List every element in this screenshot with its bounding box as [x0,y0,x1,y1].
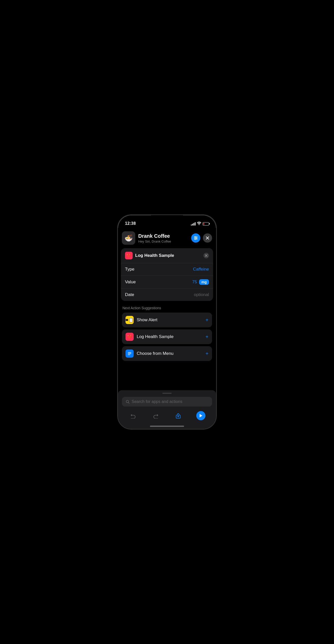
date-row[interactable]: Date optional [121,289,213,301]
signal-bars-icon [191,222,196,226]
svg-point-3 [196,237,197,239]
svg-rect-13 [128,352,131,353]
shortcut-header: 🍜 Drank Coffee Hey Siri, Drank Coffee [118,228,216,248]
suggestion-log-health[interactable]: ❤️ Log Health Sample + [122,329,212,344]
value-group: 75 mg [192,279,209,285]
show-alert-label: Show Alert [137,317,205,323]
choose-menu-label: Choose from Menu [137,351,205,356]
bottom-sheet: Search for apps and actions [118,390,216,429]
suggestion-choose-menu[interactable]: Choose from Menu + [122,346,212,361]
search-icon [126,400,130,404]
toolbar-actions [122,410,212,421]
log-health-sample-card: ❤️ Log Health Sample Type Caffeine Value [121,248,213,301]
choose-menu-add-button[interactable]: + [205,351,208,357]
search-placeholder: Search for apps and actions [132,399,182,404]
header-close-button[interactable] [203,233,212,243]
bottom-handle [162,393,172,394]
svg-rect-14 [128,353,131,354]
value-unit-badge: mg [199,279,209,285]
shortcut-subtitle: Hey Siri, Drank Coffee [138,240,188,243]
type-value: Caffeine [193,267,209,272]
value-number: 75 [192,279,197,285]
value-row[interactable]: Value 75 mg [121,276,213,289]
undo-button[interactable] [129,411,138,420]
home-indicator [150,426,184,427]
status-icons [191,222,209,226]
shortcut-name: Drank Coffee [138,233,188,239]
header-buttons [191,233,212,243]
suggestions-section: Next Action Suggestions 📋 Show Alert + ❤… [118,304,216,366]
svg-rect-15 [128,355,130,355]
log-health-icon: ❤️ [126,333,134,341]
type-row[interactable]: Type Caffeine [121,263,213,276]
type-label: Type [125,267,193,272]
action-card-title: Log Health Sample [135,253,201,258]
suggestion-show-alert[interactable]: 📋 Show Alert + [122,313,212,327]
show-alert-add-button[interactable]: + [205,317,208,323]
suggestions-title: Next Action Suggestions [122,306,212,310]
svg-rect-11 [126,319,128,320]
health-app-icon: ❤️ [125,252,133,259]
action-card-close-button[interactable] [203,253,209,258]
shortcut-app-icon: 🍜 [122,231,135,245]
phone-frame: 12:38 🍜 [117,215,217,429]
date-label: Date [125,292,194,297]
notch [151,215,183,224]
share-button[interactable] [174,411,183,420]
play-button[interactable] [196,411,205,420]
status-time: 12:38 [125,221,136,226]
settings-button[interactable] [191,233,200,243]
shortcut-title-block: Drank Coffee Hey Siri, Drank Coffee [138,233,188,243]
battery-icon [203,222,209,226]
svg-marker-20 [200,414,202,417]
redo-button[interactable] [151,411,160,420]
wifi-icon [197,222,201,226]
action-card-header: ❤️ Log Health Sample [121,248,213,263]
search-bar[interactable]: Search for apps and actions [122,397,212,407]
choose-menu-icon [126,349,134,358]
log-health-add-button[interactable]: + [205,334,208,340]
value-label: Value [125,279,192,285]
show-alert-icon: 📋 [126,316,134,324]
phone-content: 🍜 Drank Coffee Hey Siri, Drank Coffee [118,228,216,429]
svg-line-17 [128,402,129,403]
date-value-optional: optional [194,292,209,297]
log-health-label: Log Health Sample [137,334,205,339]
svg-rect-12 [126,320,127,320]
svg-point-1 [195,236,196,237]
svg-point-5 [195,239,196,240]
